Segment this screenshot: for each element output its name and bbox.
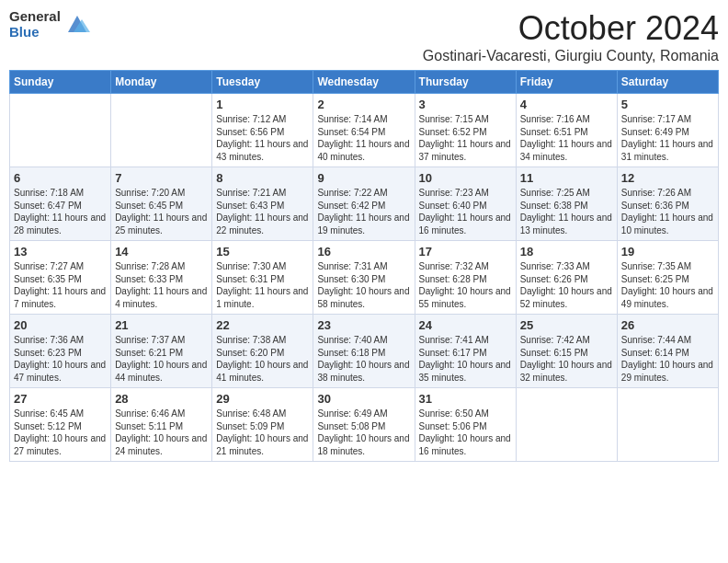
cell-info: Sunrise: 6:48 AM Sunset: 5:09 PM Dayligh… (216, 408, 309, 457)
calendar-cell: 5Sunrise: 7:17 AM Sunset: 6:49 PM Daylig… (617, 94, 718, 167)
calendar-cell: 29Sunrise: 6:48 AM Sunset: 5:09 PM Dayli… (212, 388, 313, 462)
cell-info: Sunrise: 7:16 AM Sunset: 6:51 PM Dayligh… (520, 113, 613, 163)
calendar-cell: 28Sunrise: 6:46 AM Sunset: 5:11 PM Dayli… (111, 388, 212, 462)
day-number: 7 (115, 171, 208, 185)
day-number: 31 (419, 392, 512, 406)
day-number: 19 (621, 245, 714, 259)
cell-info: Sunrise: 7:41 AM Sunset: 6:17 PM Dayligh… (419, 334, 512, 384)
calendar-cell: 11Sunrise: 7:25 AM Sunset: 6:38 PM Dayli… (516, 167, 617, 241)
day-number: 15 (216, 245, 309, 259)
cell-info: Sunrise: 7:42 AM Sunset: 6:15 PM Dayligh… (520, 334, 613, 384)
calendar-cell: 7Sunrise: 7:20 AM Sunset: 6:45 PM Daylig… (111, 167, 212, 241)
cell-info: Sunrise: 7:25 AM Sunset: 6:38 PM Dayligh… (520, 187, 613, 236)
cell-info: Sunrise: 7:28 AM Sunset: 6:33 PM Dayligh… (115, 260, 208, 310)
day-number: 29 (216, 392, 309, 406)
week-row-1: 1Sunrise: 7:12 AM Sunset: 6:56 PM Daylig… (10, 94, 719, 167)
calendar-cell: 23Sunrise: 7:40 AM Sunset: 6:18 PM Dayli… (313, 315, 415, 388)
day-number: 23 (317, 318, 410, 332)
week-row-5: 27Sunrise: 6:45 AM Sunset: 5:12 PM Dayli… (10, 388, 719, 462)
calendar-cell: 22Sunrise: 7:38 AM Sunset: 6:20 PM Dayli… (212, 315, 313, 388)
day-number: 8 (216, 171, 309, 185)
day-number: 2 (317, 98, 410, 111)
cell-info: Sunrise: 7:14 AM Sunset: 6:54 PM Dayligh… (317, 113, 410, 163)
weekday-header-monday: Monday (111, 71, 212, 94)
cell-info: Sunrise: 7:17 AM Sunset: 6:49 PM Dayligh… (621, 113, 714, 163)
logo: General Blue (9, 9, 90, 40)
calendar-cell: 21Sunrise: 7:37 AM Sunset: 6:21 PM Dayli… (111, 315, 212, 388)
calendar-table: SundayMondayTuesdayWednesdayThursdayFrid… (9, 70, 719, 462)
day-number: 6 (14, 171, 107, 185)
calendar-cell: 13Sunrise: 7:27 AM Sunset: 6:35 PM Dayli… (10, 241, 111, 315)
calendar-cell: 14Sunrise: 7:28 AM Sunset: 6:33 PM Dayli… (111, 241, 212, 315)
day-number: 22 (216, 318, 309, 332)
cell-info: Sunrise: 7:32 AM Sunset: 6:28 PM Dayligh… (419, 260, 512, 310)
calendar-cell: 18Sunrise: 7:33 AM Sunset: 6:26 PM Dayli… (516, 241, 617, 315)
day-number: 5 (621, 98, 714, 111)
cell-info: Sunrise: 6:50 AM Sunset: 5:06 PM Dayligh… (419, 408, 512, 457)
day-number: 9 (317, 171, 410, 185)
calendar-cell: 24Sunrise: 7:41 AM Sunset: 6:17 PM Dayli… (415, 315, 516, 388)
calendar-cell: 12Sunrise: 7:26 AM Sunset: 6:36 PM Dayli… (617, 167, 718, 241)
day-number: 13 (14, 245, 107, 259)
cell-info: Sunrise: 6:45 AM Sunset: 5:12 PM Dayligh… (14, 408, 107, 457)
weekday-header-friday: Friday (516, 71, 617, 94)
month-title: October 2024 (423, 9, 719, 48)
calendar-cell (111, 94, 212, 167)
day-number: 4 (520, 98, 613, 111)
day-number: 21 (115, 318, 208, 332)
logo-icon (64, 12, 90, 38)
day-number: 30 (317, 392, 410, 406)
day-number: 1 (216, 98, 309, 111)
weekday-header-sunday: Sunday (10, 71, 111, 94)
cell-info: Sunrise: 7:12 AM Sunset: 6:56 PM Dayligh… (216, 113, 309, 163)
calendar-cell: 19Sunrise: 7:35 AM Sunset: 6:25 PM Dayli… (617, 241, 718, 315)
cell-info: Sunrise: 7:33 AM Sunset: 6:26 PM Dayligh… (520, 260, 613, 310)
day-number: 18 (520, 245, 613, 259)
week-row-2: 6Sunrise: 7:18 AM Sunset: 6:47 PM Daylig… (10, 167, 719, 241)
logo-blue-text: Blue (9, 25, 61, 40)
calendar-cell: 25Sunrise: 7:42 AM Sunset: 6:15 PM Dayli… (516, 315, 617, 388)
calendar-cell (617, 388, 718, 462)
day-number: 20 (14, 318, 107, 332)
cell-info: Sunrise: 7:18 AM Sunset: 6:47 PM Dayligh… (14, 187, 107, 236)
day-number: 11 (520, 171, 613, 185)
cell-info: Sunrise: 6:49 AM Sunset: 5:08 PM Dayligh… (317, 408, 410, 457)
day-number: 17 (419, 245, 512, 259)
weekday-header-row: SundayMondayTuesdayWednesdayThursdayFrid… (10, 71, 719, 94)
calendar-cell: 9Sunrise: 7:22 AM Sunset: 6:42 PM Daylig… (313, 167, 415, 241)
logo-general-text: General (9, 9, 61, 25)
weekday-header-saturday: Saturday (617, 71, 718, 94)
cell-info: Sunrise: 7:20 AM Sunset: 6:45 PM Dayligh… (115, 187, 208, 236)
calendar-cell (10, 94, 111, 167)
calendar-cell: 30Sunrise: 6:49 AM Sunset: 5:08 PM Dayli… (313, 388, 415, 462)
cell-info: Sunrise: 7:27 AM Sunset: 6:35 PM Dayligh… (14, 260, 107, 310)
weekday-header-wednesday: Wednesday (313, 71, 415, 94)
title-block: October 2024 Gostinari-Vacaresti, Giurgi… (423, 9, 719, 64)
week-row-3: 13Sunrise: 7:27 AM Sunset: 6:35 PM Dayli… (10, 241, 719, 315)
cell-info: Sunrise: 7:15 AM Sunset: 6:52 PM Dayligh… (419, 113, 512, 163)
day-number: 26 (621, 318, 714, 332)
weekday-header-tuesday: Tuesday (212, 71, 313, 94)
day-number: 10 (419, 171, 512, 185)
calendar-cell (516, 388, 617, 462)
cell-info: Sunrise: 7:37 AM Sunset: 6:21 PM Dayligh… (115, 334, 208, 384)
calendar-cell: 20Sunrise: 7:36 AM Sunset: 6:23 PM Dayli… (10, 315, 111, 388)
cell-info: Sunrise: 7:40 AM Sunset: 6:18 PM Dayligh… (317, 334, 410, 384)
day-number: 27 (14, 392, 107, 406)
day-number: 16 (317, 245, 410, 259)
cell-info: Sunrise: 7:38 AM Sunset: 6:20 PM Dayligh… (216, 334, 309, 384)
calendar-cell: 15Sunrise: 7:30 AM Sunset: 6:31 PM Dayli… (212, 241, 313, 315)
calendar-cell: 4Sunrise: 7:16 AM Sunset: 6:51 PM Daylig… (516, 94, 617, 167)
day-number: 12 (621, 171, 714, 185)
cell-info: Sunrise: 7:30 AM Sunset: 6:31 PM Dayligh… (216, 260, 309, 310)
calendar-cell: 3Sunrise: 7:15 AM Sunset: 6:52 PM Daylig… (415, 94, 516, 167)
cell-info: Sunrise: 7:44 AM Sunset: 6:14 PM Dayligh… (621, 334, 714, 384)
cell-info: Sunrise: 7:23 AM Sunset: 6:40 PM Dayligh… (419, 187, 512, 236)
cell-info: Sunrise: 7:22 AM Sunset: 6:42 PM Dayligh… (317, 187, 410, 236)
week-row-4: 20Sunrise: 7:36 AM Sunset: 6:23 PM Dayli… (10, 315, 719, 388)
calendar-cell: 1Sunrise: 7:12 AM Sunset: 6:56 PM Daylig… (212, 94, 313, 167)
day-number: 25 (520, 318, 613, 332)
calendar-cell: 31Sunrise: 6:50 AM Sunset: 5:06 PM Dayli… (415, 388, 516, 462)
calendar-cell: 2Sunrise: 7:14 AM Sunset: 6:54 PM Daylig… (313, 94, 415, 167)
day-number: 3 (419, 98, 512, 111)
